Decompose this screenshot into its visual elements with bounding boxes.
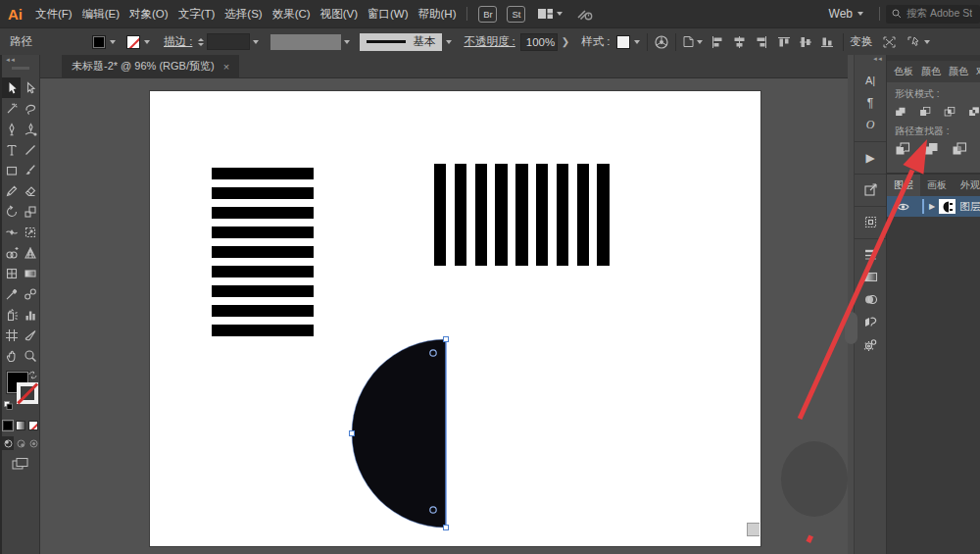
shape-mode-intersect-icon[interactable]: [944, 105, 956, 118]
tool-zoom[interactable]: [21, 345, 39, 366]
tool-blend[interactable]: [21, 283, 39, 304]
tool-line-segment[interactable]: [21, 139, 39, 160]
anchor-left[interactable]: [350, 431, 355, 436]
vertical-stripes-shape[interactable]: [434, 164, 610, 266]
menu-window[interactable]: 窗口(W): [363, 0, 414, 27]
align-left-button[interactable]: [710, 35, 725, 49]
layer-thumbnail[interactable]: [939, 199, 956, 214]
bridge-button[interactable]: Br: [478, 6, 497, 23]
half-circle-shape[interactable]: [342, 330, 460, 541]
align-center-button[interactable]: [732, 35, 747, 49]
layer-visibility-icon[interactable]: [897, 202, 909, 212]
app-logo[interactable]: Ai: [8, 6, 23, 23]
document-setup-button[interactable]: [681, 34, 696, 49]
gray-circle-shape[interactable]: [781, 441, 848, 517]
actions-panel-icon[interactable]: ▶: [855, 146, 886, 169]
tool-eraser[interactable]: [21, 180, 39, 201]
shape-mode-unite-icon[interactable]: [895, 105, 906, 118]
menu-object[interactable]: 对象(O): [124, 0, 173, 27]
menu-select[interactable]: 选择(S): [220, 0, 267, 27]
menu-view[interactable]: 视图(V): [316, 0, 363, 27]
dock-header[interactable]: ◄◄: [855, 55, 886, 65]
workspace-switcher[interactable]: Web: [829, 7, 863, 21]
shape-mode-minus-front-icon[interactable]: [919, 105, 931, 118]
select-similar-caret[interactable]: [924, 40, 930, 44]
stroke-color-box[interactable]: [17, 382, 38, 404]
draw-behind-button[interactable]: [15, 436, 26, 450]
gradient-button[interactable]: [16, 421, 25, 430]
document-setup-caret[interactable]: [697, 40, 703, 44]
stroke-weight-label[interactable]: 描边 :: [164, 34, 192, 49]
tool-eyedropper[interactable]: [2, 283, 21, 304]
pathfinder-trim-icon[interactable]: [923, 142, 939, 155]
draw-normal-button[interactable]: [2, 436, 14, 450]
gpu-performance-button[interactable]: [576, 7, 594, 22]
tool-shape-builder[interactable]: [2, 242, 21, 263]
tool-type[interactable]: [2, 139, 21, 160]
tool-selection[interactable]: [2, 77, 21, 98]
transform-label[interactable]: 变换: [851, 34, 873, 49]
horizontal-stripes-shape[interactable]: [212, 168, 314, 336]
tool-mesh[interactable]: [2, 263, 21, 283]
brush-definition-dropdown[interactable]: 基本: [360, 33, 442, 51]
align-middle-button[interactable]: [799, 35, 813, 49]
opacity-caret[interactable]: ❯: [562, 36, 569, 47]
transparency-panel-icon[interactable]: [855, 288, 886, 311]
stroke-weight-stepper[interactable]: [198, 38, 204, 46]
tab-align[interactable]: 对: [976, 65, 980, 78]
menu-file[interactable]: 文件(F): [30, 0, 77, 27]
tool-magic-wand[interactable]: [2, 98, 21, 119]
free-transform-button[interactable]: [882, 35, 897, 49]
tool-direct-selection[interactable]: [21, 77, 39, 98]
arrange-documents-caret[interactable]: [557, 12, 563, 16]
symbols-panel-icon[interactable]: [855, 311, 886, 333]
style-caret[interactable]: [634, 40, 640, 44]
swap-fill-stroke-icon[interactable]: [28, 371, 37, 379]
tool-gradient[interactable]: [21, 263, 39, 283]
default-fill-stroke-icon[interactable]: [4, 401, 13, 410]
tool-scale[interactable]: [21, 201, 39, 222]
stroke-weight-value[interactable]: [207, 33, 250, 50]
stroke-panel-icon[interactable]: [855, 243, 886, 266]
shape-mode-exclude-icon[interactable]: [968, 105, 980, 118]
export-panel-icon[interactable]: [855, 178, 886, 201]
close-tab-icon[interactable]: ×: [223, 61, 229, 73]
anchor-top[interactable]: [444, 337, 449, 342]
tool-curvature[interactable]: [21, 119, 39, 139]
tool-slice[interactable]: [21, 325, 39, 345]
layer-name[interactable]: 图层 1: [959, 200, 980, 214]
screen-mode-icon[interactable]: [12, 457, 29, 472]
anchor-bottom[interactable]: [444, 526, 449, 530]
tab-color[interactable]: 颜色: [921, 65, 941, 78]
variable-width-profile[interactable]: [270, 34, 341, 50]
align-top-button[interactable]: [777, 35, 792, 49]
tool-rotate[interactable]: [2, 201, 21, 222]
appearance-panel-icon[interactable]: [855, 333, 886, 356]
tool-hand[interactable]: [2, 345, 21, 366]
artboard[interactable]: [149, 90, 761, 547]
transform-panel-icon[interactable]: [855, 211, 886, 233]
none-button[interactable]: [28, 421, 38, 430]
tool-rectangle[interactable]: [2, 160, 21, 180]
tool-symbol-sprayer[interactable]: [2, 304, 21, 325]
tool-pen[interactable]: [2, 119, 21, 139]
stock-button[interactable]: St: [507, 6, 525, 23]
tab-color-guide[interactable]: 颜色: [949, 65, 968, 78]
tool-artboard[interactable]: [2, 325, 21, 345]
opacity-input[interactable]: 100%: [520, 33, 558, 51]
color-button[interactable]: [3, 421, 13, 430]
layer-expand-icon[interactable]: ▶: [929, 202, 935, 211]
pathfinder-divide-icon[interactable]: [895, 142, 910, 155]
character-panel-icon[interactable]: A|: [855, 69, 886, 91]
tool-lasso[interactable]: [21, 98, 39, 119]
tab-appearance[interactable]: 外观: [954, 175, 980, 196]
menu-type[interactable]: 文字(T): [173, 0, 220, 27]
fill-color-caret[interactable]: [110, 40, 116, 44]
draw-inside-button[interactable]: [27, 436, 39, 450]
menu-edit[interactable]: 编辑(E): [77, 0, 124, 27]
panel-collapse-grip[interactable]: [845, 312, 858, 344]
tab-swatches[interactable]: 色板: [894, 65, 913, 78]
opacity-label[interactable]: 不透明度 :: [464, 34, 514, 49]
opentype-panel-icon[interactable]: O: [855, 114, 886, 136]
arrange-documents-button[interactable]: [537, 7, 554, 21]
